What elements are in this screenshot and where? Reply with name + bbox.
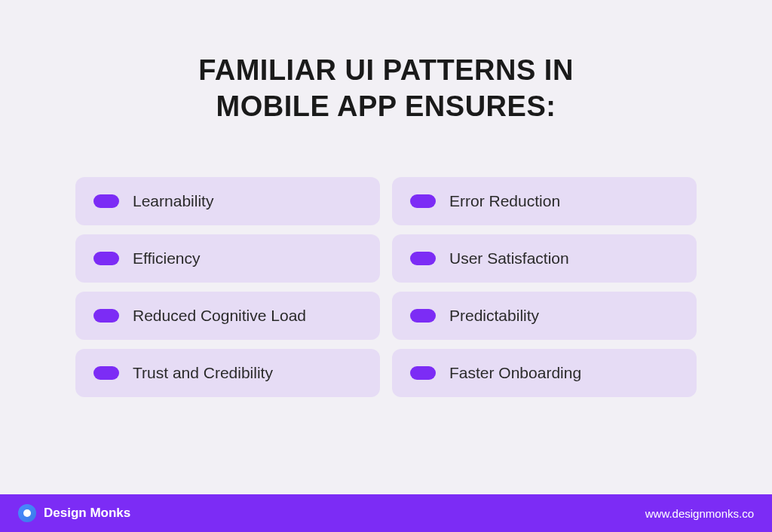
bullet-icon <box>410 309 436 323</box>
bullet-icon <box>93 252 119 265</box>
brand-name: Design Monks <box>44 506 130 521</box>
benefit-item: Reduced Cognitive Load <box>75 292 380 340</box>
benefit-item: Efficiency <box>75 234 380 283</box>
benefits-grid: Learnability Error Reduction Efficiency … <box>75 177 697 397</box>
benefit-item: Trust and Credibility <box>75 349 380 397</box>
benefit-label: Error Reduction <box>449 192 560 210</box>
bullet-icon <box>410 252 436 265</box>
brand-logo-icon <box>18 504 36 522</box>
bullet-icon <box>93 194 119 208</box>
benefit-label: Efficiency <box>133 249 201 268</box>
bullet-icon <box>410 194 436 208</box>
bullet-icon <box>93 309 119 323</box>
benefit-label: Reduced Cognitive Load <box>133 307 306 325</box>
footer: Design Monks www.designmonks.co <box>0 494 772 532</box>
benefit-item: Predictability <box>392 292 697 340</box>
benefit-item: User Satisfaction <box>392 234 697 283</box>
title-line-1: FAMILIAR UI PATTERNS IN <box>198 54 574 86</box>
benefit-label: Predictability <box>449 307 539 325</box>
benefit-label: Trust and Credibility <box>133 364 273 382</box>
website-url: www.designmonks.co <box>645 507 754 520</box>
title-line-2: MOBILE APP ENSURES: <box>216 90 556 122</box>
brand: Design Monks <box>18 504 130 522</box>
benefit-label: Learnability <box>133 192 213 210</box>
benefit-item: Error Reduction <box>392 177 697 225</box>
bullet-icon <box>410 366 436 380</box>
benefit-label: Faster Onboarding <box>449 364 581 382</box>
benefit-item: Learnability <box>75 177 380 225</box>
page-title: FAMILIAR UI PATTERNS IN MOBILE APP ENSUR… <box>75 53 697 124</box>
benefit-label: User Satisfaction <box>449 249 569 268</box>
bullet-icon <box>93 366 119 380</box>
benefit-item: Faster Onboarding <box>392 349 697 397</box>
